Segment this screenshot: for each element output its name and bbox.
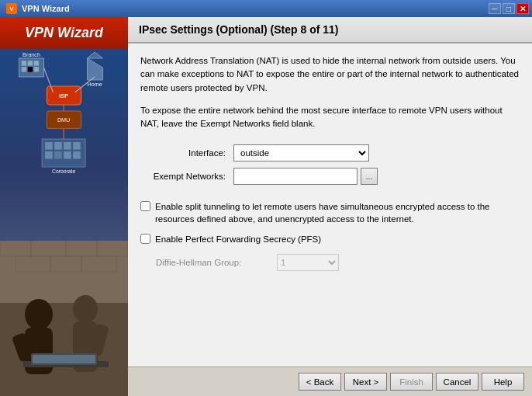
minimize-button[interactable]: ─	[489, 3, 501, 14]
next-button[interactable]: Next >	[344, 373, 387, 391]
sidebar: VPN Wizard Branch Home ISP	[0, 17, 128, 396]
network-diagram: Branch Home ISP DMU	[0, 49, 128, 173]
page-title: IPsec Settings (Optional) (Step 8 of 11)	[139, 23, 521, 36]
svg-rect-27	[73, 151, 81, 159]
maximize-button[interactable]: □	[503, 3, 515, 14]
svg-rect-26	[64, 151, 71, 159]
svg-rect-25	[54, 151, 62, 159]
content-body: Network Address Translation (NAT) is use…	[128, 43, 532, 366]
vpn-wizard-icon: V	[6, 3, 17, 14]
svg-text:Branch: Branch	[22, 51, 40, 58]
svg-rect-20	[45, 142, 53, 150]
svg-rect-22	[64, 142, 71, 150]
exempt-networks-control: ...	[233, 168, 378, 185]
dh-group-row: Diffie-Hellman Group: 1 2 5 7	[140, 254, 520, 271]
title-bar-left: V VPN Wizard	[6, 3, 70, 14]
content-area: IPsec Settings (Optional) (Step 8 of 11)…	[128, 17, 532, 396]
pfs-checkbox[interactable]	[140, 234, 150, 244]
svg-rect-4	[22, 67, 26, 71]
footer: < Back Next > Finish Cancel Help	[128, 366, 532, 396]
svg-text:ISP: ISP	[59, 92, 68, 99]
pfs-row: Enable Perfect Forwarding Secrecy (PFS)	[140, 233, 520, 245]
finish-button[interactable]: Finish	[390, 373, 433, 391]
split-tunneling-checkbox[interactable]	[140, 201, 150, 211]
svg-rect-21	[54, 142, 62, 150]
photo-svg	[0, 241, 128, 396]
interface-label: Interface:	[140, 148, 233, 158]
description-paragraph2: To expose the entire network behind the …	[140, 104, 520, 131]
svg-marker-9	[88, 52, 103, 58]
close-button[interactable]: ✕	[516, 3, 529, 14]
cancel-button[interactable]: Cancel	[436, 373, 478, 391]
description-paragraph1: Network Address Translation (NAT) is use…	[140, 54, 520, 95]
help-button[interactable]: Help	[482, 373, 524, 391]
svg-rect-24	[45, 151, 53, 159]
content-header: IPsec Settings (Optional) (Step 8 of 11)	[128, 17, 532, 43]
title-bar: V VPN Wizard ─ □ ✕	[0, 0, 532, 17]
exempt-networks-input[interactable]	[233, 168, 358, 185]
svg-text:Corporate: Corporate	[52, 168, 75, 173]
exempt-networks-label: Exempt Networks:	[140, 172, 233, 181]
svg-marker-8	[88, 58, 103, 80]
interface-select[interactable]: outside inside management	[233, 144, 369, 162]
svg-rect-23	[73, 142, 81, 150]
svg-rect-6	[34, 67, 39, 71]
title-bar-text: VPN Wizard	[22, 4, 70, 13]
svg-point-42	[73, 295, 98, 323]
pfs-label: Enable Perfect Forwarding Secrecy (PFS)	[155, 233, 321, 245]
back-button[interactable]: < Back	[299, 373, 341, 391]
svg-text:Home: Home	[88, 81, 102, 88]
svg-rect-5	[28, 67, 33, 71]
split-tunneling-label: Enable split tunneling to let remote use…	[155, 200, 520, 225]
sidebar-photo	[0, 241, 128, 396]
svg-point-39	[25, 299, 53, 330]
svg-rect-3	[34, 61, 39, 65]
interface-row: Interface: outside inside management	[140, 144, 520, 162]
exempt-networks-row: Exempt Networks: ...	[140, 168, 520, 185]
dh-group-select[interactable]: 1 2 5 7	[277, 254, 339, 271]
form-section: Interface: outside inside management Exe…	[140, 144, 520, 185]
main-container: VPN Wizard Branch Home ISP	[0, 17, 532, 396]
title-bar-controls[interactable]: ─ □ ✕	[489, 3, 529, 14]
dh-group-label: Diffie-Hellman Group:	[156, 258, 272, 267]
svg-rect-2	[28, 61, 33, 65]
svg-rect-47	[33, 355, 95, 363]
svg-rect-1	[22, 61, 26, 65]
svg-text:DMU: DMU	[57, 116, 70, 123]
split-tunneling-row: Enable split tunneling to let remote use…	[140, 200, 520, 225]
browse-button[interactable]: ...	[361, 168, 378, 185]
sidebar-header: VPN Wizard	[0, 17, 128, 49]
checkbox-section: Enable split tunneling to let remote use…	[140, 200, 520, 270]
interface-control: outside inside management	[233, 144, 369, 162]
